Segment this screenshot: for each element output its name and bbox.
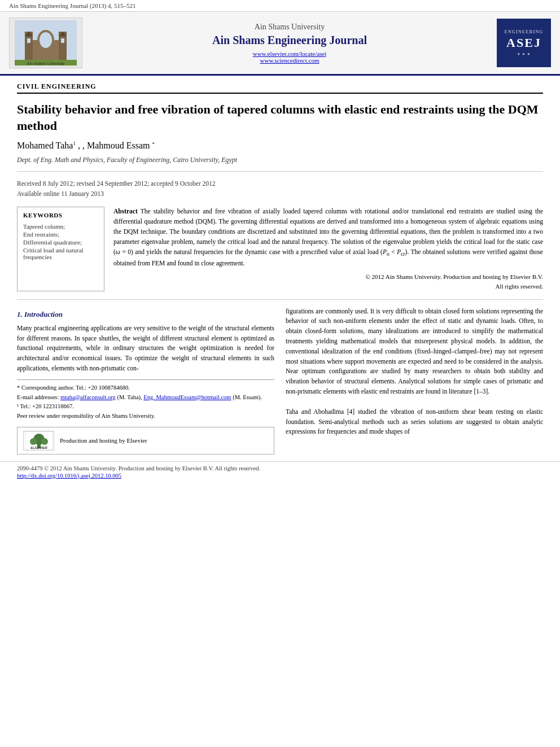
email-label: E-mail addresses: — [17, 394, 59, 400]
svg-point-3 — [40, 32, 52, 48]
affiliation: Dept. of Eng. Math and Physics, Faculty … — [17, 156, 543, 164]
journal-citation: Ain Shams Engineering Journal (2013) 4, … — [0, 0, 560, 12]
asej-logo: ENGINEERING ASEJ ● ● ● — [497, 19, 551, 67]
doi-line[interactable]: http://dx.doi.org/10.1016/j.asej.2012.10… — [17, 473, 543, 479]
section-label: CIVIL ENGINEERING — [17, 82, 543, 94]
email2-name: (M. Essam). — [233, 394, 262, 400]
author2-star: * — [152, 141, 155, 151]
issn-line: 2090-4479 © 2012 Ain Shams University. P… — [17, 465, 543, 471]
bottom-bar: 2090-4479 © 2012 Ain Shams University. P… — [0, 461, 560, 482]
email1-name: (M. Taha), — [117, 394, 142, 400]
footnote-tel: ¹ Tel.: +20 1223118667. — [17, 402, 274, 412]
intro-para-right2: Taha and Abohadima [4] studied the vibra… — [286, 407, 543, 437]
journal-header: Ain Shams University Ain Shams Universit… — [0, 12, 560, 76]
svg-point-15 — [30, 438, 37, 445]
elsevier-text: Production and hosting by Elsevier — [60, 436, 147, 445]
body-columns: 1. Introduction Many practical engineeri… — [17, 307, 543, 455]
content-area: CIVIL ENGINEERING Stability behavior and… — [0, 76, 560, 461]
copyright-text: © 2012 Ain Shams University. Production … — [113, 272, 543, 291]
right-column: figurations are commonly used. It is ver… — [286, 307, 543, 455]
footnote-peer: Peer review under responsibility of Ain … — [17, 412, 274, 421]
author-separator: , — [78, 141, 82, 151]
svg-rect-8 — [27, 38, 30, 43]
svg-text:ELSEVIER: ELSEVIER — [30, 446, 47, 449]
keyword-1: Tapered column; — [23, 223, 98, 230]
divider2 — [17, 299, 543, 300]
footnote-email-line: E-mail addresses: mtaha@alfaconsult.org … — [17, 393, 274, 403]
journal-name: Ain Shams Engineering Journal — [94, 34, 485, 47]
elsevier-box: ELSEVIER Production and hosting by Elsev… — [17, 427, 274, 455]
intro-para-right1: figurations are commonly used. It is ver… — [286, 307, 543, 397]
journal-title-area: Ain Shams University Ain Shams Engineeri… — [82, 23, 497, 64]
article-dates: Received 8 July 2012; revised 24 Septemb… — [17, 178, 543, 199]
svg-point-16 — [41, 438, 48, 445]
keywords-title: KEYWORDS — [23, 212, 98, 219]
footnote-star: * Corresponding author. Tel.: +20 100878… — [17, 383, 274, 393]
email2-link[interactable]: Eng. MahmoudEssam@hotmail.com — [143, 394, 231, 400]
keyword-4: Critical load and natural frequencies — [23, 247, 98, 260]
authors-line: Mohamed Taha1 , , Mahmoud Essam * — [17, 141, 543, 151]
email1-link[interactable]: mtaha@alfaconsult.org — [60, 394, 116, 400]
author1-sup: 1 — [73, 141, 76, 146]
elsevier-logo: ELSEVIER — [23, 431, 54, 451]
author1-name: Mohamed Taha — [17, 141, 73, 151]
abstract-label: Abstract — [113, 208, 138, 215]
divider1 — [17, 171, 543, 172]
left-column: 1. Introduction Many practical engineeri… — [17, 307, 274, 455]
intro-para1: Many practical engineering applications … — [17, 324, 274, 374]
keyword-3: Differential quadrature; — [23, 239, 98, 246]
journal-urls[interactable]: www.elsevier.com/locate/asej www.science… — [94, 50, 485, 64]
abstract-body: The stability behavior and free vibratio… — [113, 208, 543, 266]
keyword-2: End restraints; — [23, 231, 98, 238]
abstract-section: KEYWORDS Tapered column; End restraints;… — [17, 207, 543, 291]
intro-heading: 1. Introduction — [17, 309, 274, 320]
keywords-box: KEYWORDS Tapered column; End restraints;… — [17, 207, 104, 291]
abstract-text: Abstract The stability behavior and free… — [113, 207, 543, 291]
paper-title: Stability behavior and free vibration of… — [17, 102, 543, 134]
svg-text:Ain Shams University: Ain Shams University — [27, 62, 65, 65]
svg-rect-9 — [61, 38, 64, 43]
author2-name: , Mahmoud Essam — [82, 141, 150, 151]
university-name: Ain Shams University — [94, 23, 485, 32]
footnote-area: * Corresponding author. Tel.: +20 100878… — [17, 379, 274, 421]
university-logo-left: Ain Shams University — [9, 18, 82, 68]
